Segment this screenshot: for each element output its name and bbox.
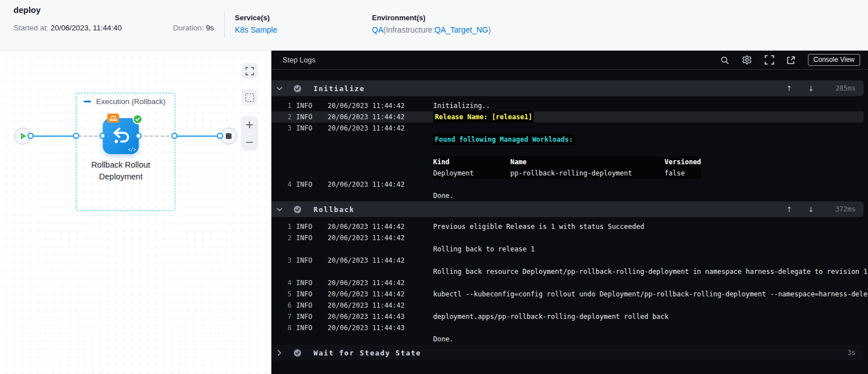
log-line-number: [275, 334, 292, 345]
log-message-table-row: Deployment pp-rollback-rolling-deploymen…: [433, 168, 701, 179]
log-timestamp: 20/06/2023 11:44:42: [328, 255, 429, 266]
play-icon: [21, 133, 26, 139]
log-message: Done.: [433, 190, 868, 201]
canvas-zoom-control: + −: [241, 116, 258, 151]
log-level: [296, 190, 323, 201]
log-timestamp: 20/06/2023 11:44:42: [328, 221, 429, 232]
service-link[interactable]: K8s Sample: [235, 25, 277, 34]
scroll-to-bottom-button[interactable]: ↓: [808, 84, 814, 93]
collapse-section-chevron[interactable]: [276, 85, 284, 92]
log-line: 7INFO20/06/2023 11:44:43deployment.apps/…: [271, 311, 868, 322]
section-duration: 3s: [830, 349, 856, 357]
services-label: Service(s): [235, 13, 277, 22]
scroll-to-bottom-button[interactable]: ↓: [808, 205, 814, 214]
log-message: Release Name: [release1]: [433, 111, 864, 123]
log-message: [433, 179, 868, 190]
log-section-header-initialize[interactable]: Initialize↑↓285ms: [271, 80, 864, 96]
log-message: Rolling back to release 1: [433, 244, 868, 255]
log-timestamp: [328, 156, 429, 168]
log-timestamp: 20/06/2023 11:44:42: [328, 111, 429, 123]
section-name: Rollback: [313, 205, 355, 214]
step-logs-panel: Step Logs: [271, 51, 868, 374]
log-message: Kind Name Versioned: [433, 156, 868, 168]
log-line-number: 4: [275, 277, 292, 289]
log-line-number: 2: [275, 232, 292, 244]
log-level: [296, 168, 323, 179]
expand-section-chevron[interactable]: [276, 349, 284, 357]
log-line: 3INFO20/06/2023 11:44:42: [271, 255, 868, 266]
edge-group-to-end: [175, 136, 220, 137]
section-name: Initialize: [313, 84, 365, 93]
log-line: Found following Managed Workloads:: [271, 134, 868, 145]
log-message: kubectl --kubeconfig=config rollout undo…: [433, 289, 868, 300]
log-section-header-wait-for-steady-state[interactable]: Wait for Steady State3s: [271, 345, 864, 361]
search-icon: [720, 56, 729, 65]
log-message: [433, 145, 868, 156]
log-line-number: [275, 156, 292, 168]
log-line-number: 4: [275, 179, 292, 190]
pipeline-run-title: deploy: [13, 5, 40, 15]
log-message: Initializing..: [433, 100, 868, 111]
log-line-number: 7: [275, 311, 292, 322]
log-line: 2INFO20/06/2023 11:44:42Release Name: [r…: [271, 111, 864, 123]
log-level: [296, 266, 323, 277]
step-success-icon: [293, 84, 302, 93]
log-level: INFO: [296, 221, 323, 232]
log-panel-title: Step Logs: [283, 56, 316, 64]
gear-icon: [742, 55, 752, 65]
log-timestamp: 20/06/2023 11:44:42: [328, 232, 429, 244]
log-line-number: 1: [275, 221, 292, 232]
log-level: INFO: [296, 277, 323, 289]
section-status-icon: [293, 349, 302, 357]
log-settings-button[interactable]: [742, 55, 752, 65]
duration: Duration: 9s: [173, 24, 214, 32]
canvas-marquee-select-button[interactable]: [242, 89, 257, 105]
pipeline-canvas[interactable]: Execution (Rollback) </> Rol: [0, 51, 271, 374]
collapse-group-icon[interactable]: [84, 101, 91, 102]
log-line: 5INFO20/06/2023 11:44:42kubectl --kubeco…: [271, 289, 868, 300]
infrastructure-link[interactable]: QA_Target_NG: [434, 25, 488, 34]
log-level: [296, 156, 323, 168]
log-level: INFO: [296, 100, 323, 111]
zoom-out-button[interactable]: −: [245, 137, 254, 147]
log-open-new-tab-button[interactable]: [787, 56, 796, 65]
log-message: Done.: [433, 334, 868, 345]
log-level: INFO: [296, 322, 323, 334]
log-fullscreen-button[interactable]: [765, 55, 774, 65]
log-timestamp: 20/06/2023 11:44:42: [328, 179, 429, 190]
log-timestamp: 20/06/2023 11:44:42: [328, 289, 429, 300]
step-node-label: Rollback Rollout Deployment: [76, 159, 166, 183]
scroll-to-top-button[interactable]: ↑: [786, 205, 792, 214]
log-timestamp: [328, 190, 429, 201]
log-message: Previous eligible Release is 1 with stat…: [433, 221, 868, 232]
section-controls: ↑↓285ms: [786, 84, 856, 93]
log-level: INFO: [296, 111, 323, 123]
started-at: Started at: 20/06/2023, 11:44:40: [13, 24, 122, 32]
zoom-in-button[interactable]: +: [245, 119, 254, 130]
log-message: [433, 255, 868, 266]
log-search-button[interactable]: [720, 56, 729, 65]
marquee-select-icon: [246, 93, 254, 102]
environment-link[interactable]: QA: [372, 25, 383, 34]
connector-dot: [171, 133, 178, 139]
canvas-fit-view-button[interactable]: [242, 63, 257, 79]
log-level: INFO: [296, 289, 323, 300]
log-timestamp: [328, 266, 429, 277]
collapse-section-chevron[interactable]: [276, 206, 284, 213]
console-view-button[interactable]: Console View: [808, 54, 860, 66]
log-level: INFO: [296, 123, 323, 134]
section-duration: 372ms: [830, 205, 856, 213]
connector-dot[interactable]: [135, 133, 142, 139]
scroll-to-top-button[interactable]: ↑: [786, 84, 792, 93]
connector-dot: [73, 133, 79, 139]
step-node-rollback-rollout-deployment[interactable]: </>: [103, 118, 139, 154]
log-line: 6INFO20/06/2023 11:44:42: [271, 300, 868, 311]
connector-dot[interactable]: [99, 133, 106, 139]
log-section-header-rollback[interactable]: Rollback↑↓372ms: [271, 201, 864, 217]
log-timestamp: 20/06/2023 11:44:42: [328, 100, 429, 111]
log-message: [433, 322, 868, 334]
fullscreen-icon: [246, 67, 254, 75]
log-message: [433, 123, 868, 134]
log-level: INFO: [296, 232, 323, 244]
log-line-number: 3: [275, 123, 292, 134]
